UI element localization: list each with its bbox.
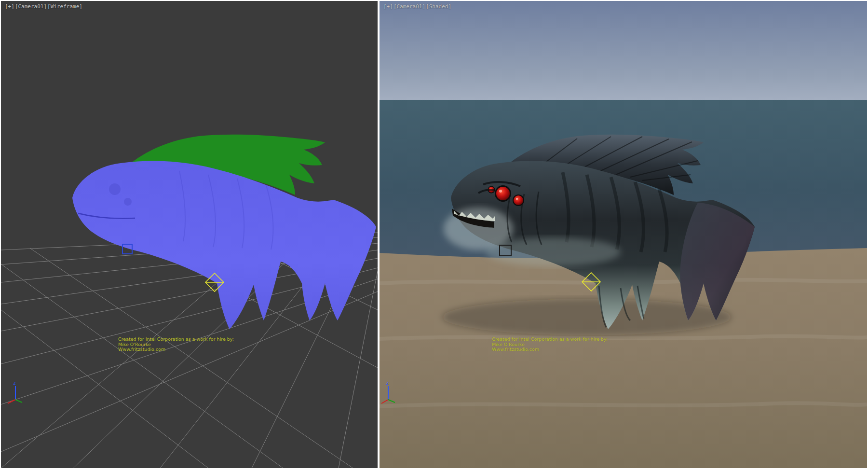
eye-spot-large [109, 183, 121, 195]
eye-main [496, 187, 510, 200]
eye-spot-small [124, 198, 132, 206]
axis-tripod: z [8, 380, 22, 403]
shaded-canvas[interactable]: z [380, 1, 867, 468]
viewport-shaded[interactable]: [+][Camera01][Shaded] [380, 1, 867, 468]
sky [380, 1, 867, 100]
axis-z-label: z [13, 380, 16, 386]
viewport-label-shaded: [+][Camera01][Shaded] [383, 4, 452, 10]
viewport-menu-button[interactable]: [+] [383, 3, 393, 10]
eye-second [514, 195, 523, 205]
wireframe-canvas[interactable]: z [1, 1, 378, 468]
viewport-camera-menu[interactable]: [Camera01] [393, 3, 425, 10]
viewport-menu-button[interactable]: [+] [5, 3, 14, 10]
belly-highlight [486, 237, 621, 266]
viewport-wireframe[interactable]: [+][Camera01][Wireframe] [1, 1, 378, 468]
viewport-container: [+][Camera01][Wireframe] [0, 0, 868, 472]
viewport-shading-menu[interactable]: [Wireframe] [47, 3, 82, 10]
viewport-label-wireframe: [+][Camera01][Wireframe] [5, 4, 83, 10]
axis-z-label: z [386, 380, 389, 386]
viewport-camera-menu[interactable]: [Camera01] [15, 3, 47, 10]
fish-model-wireframe[interactable] [72, 135, 376, 329]
viewport-shading-menu[interactable]: [Shaded] [426, 3, 451, 10]
